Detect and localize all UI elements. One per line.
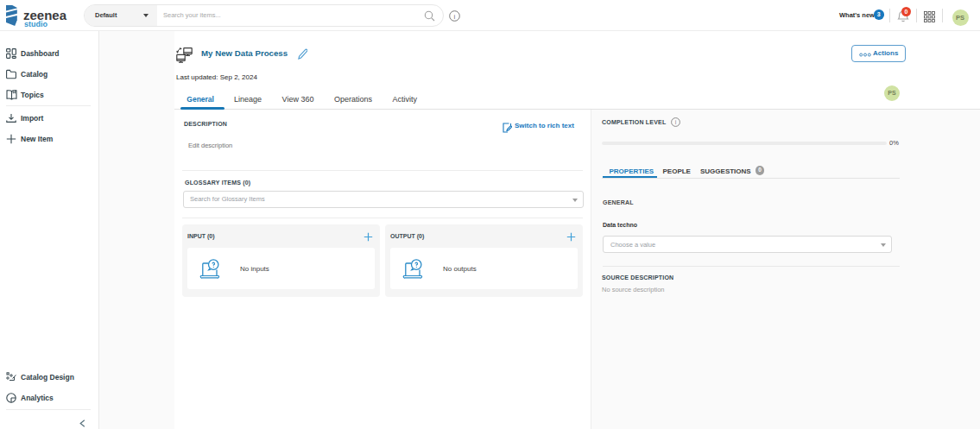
svg-text:i: i: [675, 119, 677, 125]
svg-text:i: i: [454, 13, 456, 21]
